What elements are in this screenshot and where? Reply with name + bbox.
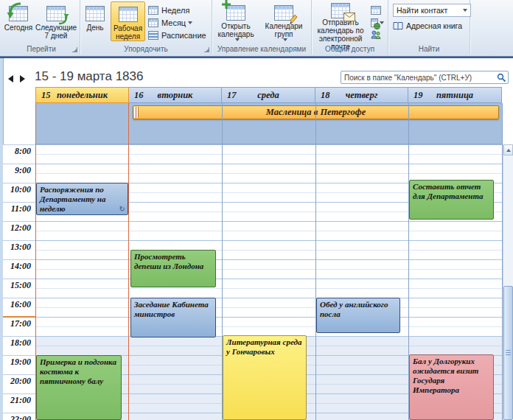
day-header-friday[interactable]: 19 пятница [408, 87, 502, 103]
ribbon: Сегодня Следующие 7 дней Перейти День [0, 0, 513, 56]
day-name: среда [257, 90, 279, 101]
day-view-button[interactable]: День [81, 1, 109, 41]
calendar-groups-button[interactable]: Календари групп [260, 1, 307, 41]
email-calendar-icon [331, 3, 350, 18]
calendar-groups-label: Календари групп [261, 22, 307, 38]
next-7-days-label: Следующие 7 дней [35, 24, 77, 40]
calendar-permissions-button[interactable] [369, 29, 385, 41]
event-department-report[interactable]: Составить отчет для Департамента [409, 180, 494, 220]
next-week-button[interactable] [20, 75, 25, 83]
time-label: 19:00 [3, 357, 31, 368]
time-label: 10:00 [3, 184, 31, 195]
date-range-title: 15 - 19 марта 1836 [35, 69, 143, 84]
day-name: четверг [346, 90, 378, 101]
chevron-down-icon [188, 21, 192, 24]
address-book-icon [393, 21, 403, 30]
work-hours-end-marker [3, 316, 35, 318]
chevron-down-icon [463, 9, 467, 12]
work-week-view-label: Рабочая неделя [112, 24, 144, 41]
time-label: 18:00 [3, 337, 31, 349]
dialog-launcher-icon[interactable] [72, 47, 77, 52]
search-input[interactable] [343, 71, 493, 83]
recurrence-icon: ↻ [119, 204, 125, 214]
tentative-stripe [134, 107, 139, 118]
open-calendar-button[interactable]: Открыть календарь [213, 1, 259, 41]
schedule-view-label: Расписание [161, 31, 206, 40]
event-title: Бал у Долгоруких ожидается визит Государ… [413, 357, 478, 394]
next-7-days-button[interactable]: Следующие 7 дней [35, 1, 77, 41]
month-view-icon [148, 18, 158, 27]
day-view-icon [86, 3, 105, 24]
column-separator [315, 103, 316, 420]
schedule-view-button[interactable]: Расписание [146, 29, 209, 41]
event-title: Обед у английского посла [320, 300, 388, 318]
ribbon-group-share: Отправить календарь по электронной почте [312, 0, 388, 55]
email-calendar-button[interactable]: Отправить календарь по электронной почте [313, 1, 369, 41]
people-icon [371, 30, 381, 41]
find-contact-input[interactable]: Найти контакт [393, 4, 471, 17]
monday-column-border [128, 103, 129, 420]
time-label: 21:00 [3, 395, 31, 406]
group-label-arrange: Упорядочить [80, 45, 212, 53]
event-department-orders[interactable]: Распоряжения по Департаменту на неделю ↻ [36, 183, 128, 215]
time-label: 9:00 [3, 165, 31, 176]
find-contact-label: Найти контакт [397, 6, 447, 15]
group-label-find: Найти [388, 45, 470, 53]
chevron-down-icon [283, 38, 287, 41]
event-costume-fitting[interactable]: Примерка и подгонка костюма к пятничному… [36, 355, 122, 420]
schedule-view-icon [148, 31, 158, 40]
dialog-launcher-icon[interactable] [204, 47, 209, 52]
open-calendar-label: Открыть календарь [214, 22, 258, 38]
ribbon-filler [470, 0, 513, 56]
group-label-share: Общий доступ [312, 45, 388, 53]
ribbon-group-find: Найти контакт Адресная книга Найти [388, 0, 470, 55]
time-label: 12:00 [3, 223, 31, 234]
time-label: 11:00 [3, 203, 31, 214]
day-header-tuesday[interactable]: 16 вторник [129, 87, 222, 103]
open-shared-calendar-button[interactable] [369, 4, 385, 16]
scrollbar-thumb[interactable] [503, 286, 513, 420]
day-number: 17 [227, 90, 237, 101]
event-cabinet-meeting[interactable]: Заседание Кабинета министров [130, 298, 216, 337]
day-header-thursday[interactable]: 18 четверг [315, 87, 408, 103]
shared-calendar-icon [371, 6, 381, 15]
work-week-view-button[interactable]: Рабочая неделя [111, 1, 145, 41]
event-title: Просмотреть депеши из Лондона [134, 252, 203, 270]
chevron-down-icon [235, 38, 240, 41]
event-literary-evening[interactable]: Литературная среда у Гончаровых [223, 335, 307, 420]
day-number: 19 [413, 90, 423, 101]
week-view-label: Неделя [161, 6, 189, 15]
week-view-icon [148, 6, 158, 15]
search-icon[interactable] [497, 73, 506, 83]
day-view-label: День [86, 24, 103, 32]
day-header-wednesday[interactable]: 17 среда [222, 87, 315, 103]
group-label-manage: Управление календарями [212, 45, 311, 53]
search-box[interactable] [341, 71, 509, 84]
vertical-scrollbar[interactable] [503, 144, 513, 420]
address-book-label: Адресная книга [406, 21, 462, 30]
day-number: 16 [134, 90, 144, 101]
day-name: понедельник [57, 90, 108, 101]
time-label: 8:00 [3, 146, 31, 157]
event-title: Литературная среда у Гончаровых [226, 337, 301, 356]
group-label-go: Перейти [3, 45, 80, 53]
next-7-days-icon [46, 3, 66, 24]
open-calendar-icon [226, 3, 245, 22]
time-label: 17:00 [3, 318, 31, 329]
day-header-monday[interactable]: 15 понедельник [35, 87, 129, 103]
month-view-label: Месяц [161, 18, 186, 27]
today-button[interactable]: Сегодня [4, 1, 33, 41]
event-london-dispatches[interactable]: Просмотреть депеши из Лондона [130, 250, 216, 287]
publish-online-button[interactable] [369, 16, 385, 29]
ribbon-group-manage-calendars: Открыть календарь Календари групп Управл… [212, 0, 312, 55]
address-book-button[interactable]: Адресная книга [393, 21, 470, 30]
calendar-view: 15 - 19 марта 1836 15 понедельник 16 вто… [0, 58, 513, 420]
chevron-down-icon [380, 21, 384, 24]
event-ambassador-dinner[interactable]: Обед у английского посла [316, 298, 400, 333]
week-view-button[interactable]: Неделя [146, 4, 209, 16]
scroll-up-button[interactable] [503, 144, 513, 155]
event-dolgoruky-ball[interactable]: Бал у Долгоруких ожидается визит Государ… [409, 354, 494, 420]
month-view-button[interactable]: Месяц [146, 16, 209, 29]
previous-week-button[interactable] [8, 75, 13, 83]
ribbon-group-arrange: День Рабочая неделя Неделя Месяц Рас [80, 0, 212, 55]
